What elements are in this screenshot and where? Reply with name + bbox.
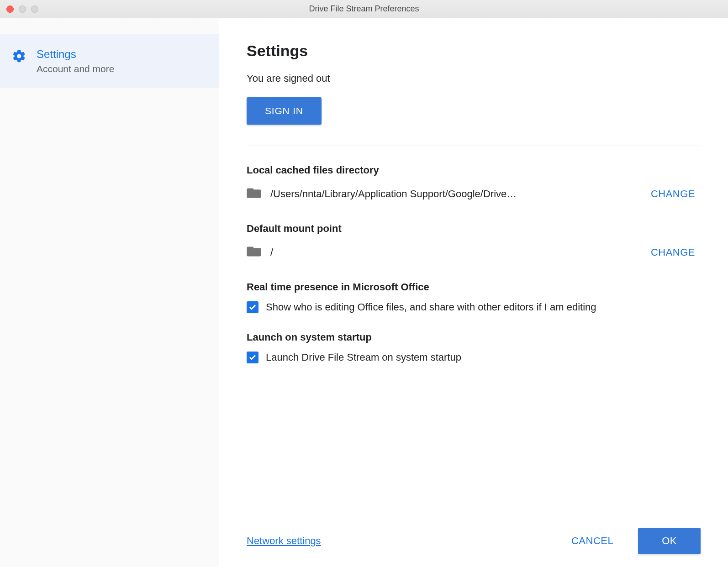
presence-checkbox-label: Show who is editing Office files, and sh…: [266, 301, 596, 313]
sidebar-item-subtitle: Account and more: [37, 63, 114, 74]
window-body: Settings Account and more Settings You a…: [0, 18, 728, 567]
sidebar-item-settings[interactable]: Settings Account and more: [0, 34, 219, 88]
startup-checkbox[interactable]: [247, 352, 258, 363]
sidebar-item-title: Settings: [37, 48, 114, 61]
cache-change-button[interactable]: CHANGE: [645, 184, 701, 204]
footer: Network settings CANCEL OK: [247, 519, 701, 554]
close-icon[interactable]: [6, 5, 14, 13]
cache-path-text: /Users/nnta/Library/Application Support/…: [270, 188, 636, 200]
presence-checkbox-row: Show who is editing Office files, and sh…: [247, 301, 701, 313]
presence-section-title: Real time presence in Microsoft Office: [247, 281, 701, 293]
presence-checkbox[interactable]: [247, 301, 258, 313]
main-panel: Settings You are signed out SIGN IN Loca…: [219, 18, 728, 567]
window-title: Drive File Stream Preferences: [309, 4, 419, 14]
page-title: Settings: [247, 42, 701, 60]
sidebar: Settings Account and more: [0, 18, 219, 567]
maximize-icon[interactable]: [31, 5, 38, 13]
folder-icon: [247, 187, 261, 201]
network-settings-link[interactable]: Network settings: [247, 535, 321, 547]
gear-icon: [12, 49, 26, 65]
traffic-lights: [0, 5, 38, 13]
cache-section-title: Local cached files directory: [247, 164, 701, 176]
minimize-icon[interactable]: [19, 5, 26, 13]
startup-section-title: Launch on system startup: [247, 331, 701, 343]
mount-change-button[interactable]: CHANGE: [645, 243, 701, 262]
titlebar: Drive File Stream Preferences: [0, 0, 728, 18]
divider: [247, 146, 701, 146]
mount-path-row: / CHANGE: [247, 243, 701, 262]
cache-path-row: /Users/nnta/Library/Application Support/…: [247, 184, 701, 204]
folder-icon: [247, 246, 261, 259]
ok-button[interactable]: OK: [638, 528, 701, 554]
startup-checkbox-label: Launch Drive File Stream on system start…: [266, 352, 461, 363]
check-icon: [248, 353, 257, 362]
mount-path-text: /: [270, 247, 636, 258]
sign-in-button[interactable]: SIGN IN: [247, 97, 322, 125]
check-icon: [248, 303, 257, 311]
footer-buttons: CANCEL OK: [560, 528, 701, 554]
mount-section-title: Default mount point: [247, 223, 701, 235]
startup-checkbox-row: Launch Drive File Stream on system start…: [247, 352, 701, 363]
preferences-window: Drive File Stream Preferences Settings A…: [0, 0, 728, 567]
sidebar-item-text: Settings Account and more: [37, 48, 114, 74]
cancel-button[interactable]: CANCEL: [560, 528, 624, 554]
signed-out-text: You are signed out: [247, 73, 701, 84]
